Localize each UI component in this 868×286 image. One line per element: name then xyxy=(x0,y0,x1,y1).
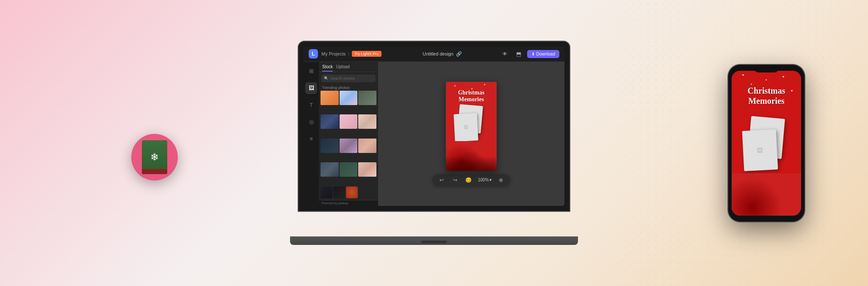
photo-thumb-12[interactable] xyxy=(358,162,376,177)
app-header: L My Projects | Try LightX Pro Untitled … xyxy=(304,47,564,62)
laptop-screen: L My Projects | Try LightX Pro Untitled … xyxy=(304,47,564,206)
photos-panel: Stock Upload 🔍 Search photos Trending ph… xyxy=(319,62,378,206)
panel-tabs: Stock Upload xyxy=(319,62,378,72)
photo-grid xyxy=(319,91,378,186)
redo-button[interactable]: ↪ xyxy=(451,176,459,184)
photo-thumb-7[interactable] xyxy=(321,139,339,153)
app-icon-card: ❄ xyxy=(142,140,167,174)
photo-thumb-11[interactable] xyxy=(340,162,358,177)
powered-by-text: Powered by pixabay xyxy=(321,202,348,205)
download-label: Download xyxy=(536,52,555,56)
design-title: Untitled design xyxy=(423,51,453,56)
photo-thumb-2[interactable] xyxy=(340,91,358,105)
sidebar-icon-layout[interactable]: ⊞ xyxy=(305,65,317,77)
design-card: Christmas Memories 🖼 🖼 xyxy=(446,82,497,171)
download-button[interactable]: ⬇ Download xyxy=(527,50,559,58)
search-box[interactable]: 🔍 Search photos xyxy=(321,75,376,82)
photo-thumb-6[interactable] xyxy=(358,114,376,129)
photo-thumb-9[interactable] xyxy=(358,139,376,153)
phone-screen-flowers xyxy=(732,173,801,216)
design-title-line1: Christmas xyxy=(458,89,484,96)
header-actions: 👁 ⬒ ⬇ Download xyxy=(500,49,559,59)
zoom-value: 100% xyxy=(478,178,489,182)
extra-thumb-2[interactable] xyxy=(333,186,345,198)
zoom-add-button[interactable]: ⊕ xyxy=(497,176,505,184)
extra-thumbs-row xyxy=(319,186,378,200)
snow-dot-1 xyxy=(454,85,456,86)
photo-thumb-8[interactable] xyxy=(340,139,358,153)
design-photo-frame-2: 🖼 xyxy=(453,113,478,142)
preview-button[interactable]: 👁 xyxy=(500,49,510,59)
phone-snow-4 xyxy=(751,83,752,85)
sidebar-icon-elements[interactable]: ◎ xyxy=(305,116,317,128)
laptop-screen-wrapper: L My Projects | Try LightX Pro Untitled … xyxy=(299,42,569,211)
powered-by-label: Powered by pixabay xyxy=(321,202,376,205)
snow-dot-3 xyxy=(484,84,485,85)
share-button[interactable]: ⬒ xyxy=(514,49,524,59)
canvas-content: Christmas Memories 🖼 🖼 xyxy=(432,82,511,186)
app-body: ⊞ 🖼 T ◎ ≡ Stock Upload 🔍 xyxy=(304,62,564,206)
laptop-notch xyxy=(421,241,447,243)
phone-body: Christmas Memories 🖼 🖼 xyxy=(728,65,804,222)
canvas-toolbar: ↩ ↪ 😊 100% ▾ ⊕ xyxy=(432,174,511,186)
tab-upload[interactable]: Upload xyxy=(336,64,350,72)
photo-thumb-1[interactable] xyxy=(321,91,339,105)
design-card-text: Christmas Memories xyxy=(446,89,497,104)
search-placeholder-text: Search photos xyxy=(330,76,355,81)
phone-snow-2 xyxy=(766,79,767,81)
sidebar-icon-photos[interactable]: 🖼 xyxy=(305,82,317,94)
icon-sidebar: ⊞ 🖼 T ◎ ≡ xyxy=(304,62,319,206)
nav-my-projects[interactable]: My Projects xyxy=(321,51,346,56)
phone-title-line1: Christmas xyxy=(748,86,785,95)
phone: Christmas Memories 🖼 🖼 xyxy=(728,65,804,222)
phone-photos: 🖼 🖼 xyxy=(743,117,790,177)
phone-snow-1 xyxy=(742,74,744,76)
app-logo-icon: L xyxy=(309,49,318,58)
phone-photo-frame-2: 🖼 xyxy=(742,129,778,171)
tab-stock[interactable]: Stock xyxy=(322,64,333,72)
undo-button[interactable]: ↩ xyxy=(437,176,446,184)
sidebar-icon-layers[interactable]: ≡ xyxy=(305,133,317,145)
main-scene: ❄ L My Projects | Try LightX Pro Untitle… xyxy=(0,0,868,286)
extra-thumb-1[interactable] xyxy=(321,186,332,198)
snowflake-icon: ❄ xyxy=(150,151,159,163)
phone-snow-3 xyxy=(782,76,784,78)
phone-notch xyxy=(754,65,779,72)
phone-screen: Christmas Memories 🖼 🖼 xyxy=(732,71,801,216)
download-icon: ⬇ xyxy=(531,52,535,56)
emoji-button[interactable]: 😊 xyxy=(464,176,473,184)
app-icon-circle: ❄ xyxy=(131,134,178,180)
photo-thumb-5[interactable] xyxy=(340,114,358,129)
laptop-base xyxy=(290,236,578,245)
app-icon-float: ❄ xyxy=(131,134,178,180)
phone-title-line2: Memories xyxy=(748,96,785,106)
zoom-chevron-icon: ▾ xyxy=(489,178,492,182)
trending-label: Trending photos xyxy=(319,84,378,91)
search-icon: 🔍 xyxy=(324,76,329,81)
extra-thumb-3[interactable] xyxy=(346,186,358,198)
panel-footer: Powered by pixabay xyxy=(319,200,378,206)
header-title: Untitled design 🔗 xyxy=(385,51,500,57)
nav-separator: | xyxy=(348,51,349,56)
design-title-line2: Memories xyxy=(459,96,484,103)
laptop: L My Projects | Try LightX Pro Untitled … xyxy=(290,42,578,245)
nav-try-pro-badge[interactable]: Try LightX Pro xyxy=(352,51,381,57)
phone-design-text: Christmas Memories xyxy=(732,86,801,106)
photo-thumb-3[interactable] xyxy=(358,91,376,105)
photo-thumb-10[interactable] xyxy=(321,162,339,177)
canvas-area: Christmas Memories 🖼 🖼 xyxy=(378,62,564,206)
design-card-flowers xyxy=(446,141,497,171)
zoom-control[interactable]: 100% ▾ xyxy=(478,178,492,182)
sidebar-icon-text[interactable]: T xyxy=(305,99,317,111)
photo-thumb-4[interactable] xyxy=(321,114,339,129)
